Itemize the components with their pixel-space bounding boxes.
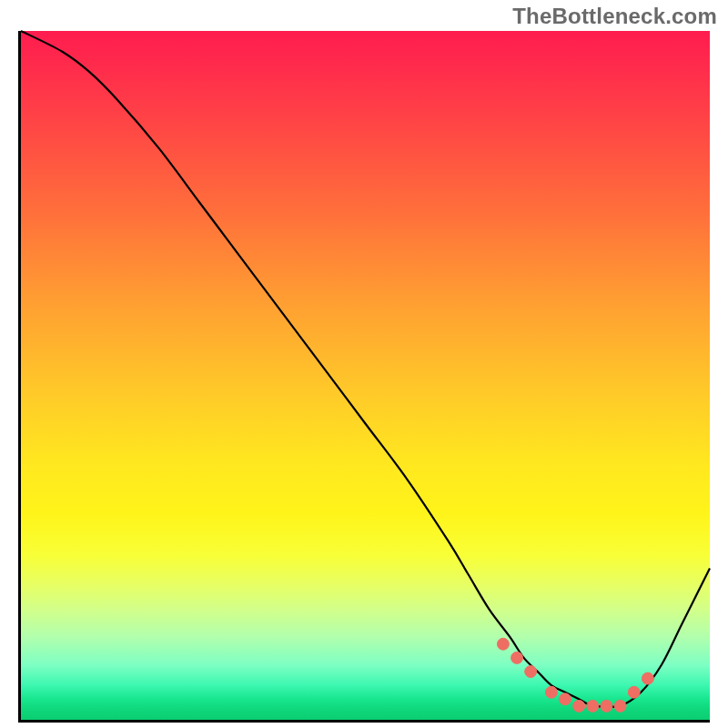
highlight-dot [587, 700, 599, 712]
highlight-dot [525, 666, 537, 678]
highlight-dot [601, 700, 612, 712]
highlight-dot [642, 672, 653, 684]
highlight-dot [560, 693, 571, 705]
highlight-dot [628, 686, 640, 698]
chart-stage: TheBottleneck.com [0, 0, 728, 728]
plot-area [18, 31, 710, 723]
watermark-text: TheBottleneck.com [512, 4, 717, 29]
highlight-dot [573, 700, 585, 712]
highlight-dot [614, 700, 626, 712]
bottleneck-curve [21, 31, 710, 707]
highlight-dot [497, 638, 509, 650]
curve-svg [21, 31, 710, 720]
highlight-dot [511, 652, 523, 663]
highlight-dot [545, 686, 557, 698]
